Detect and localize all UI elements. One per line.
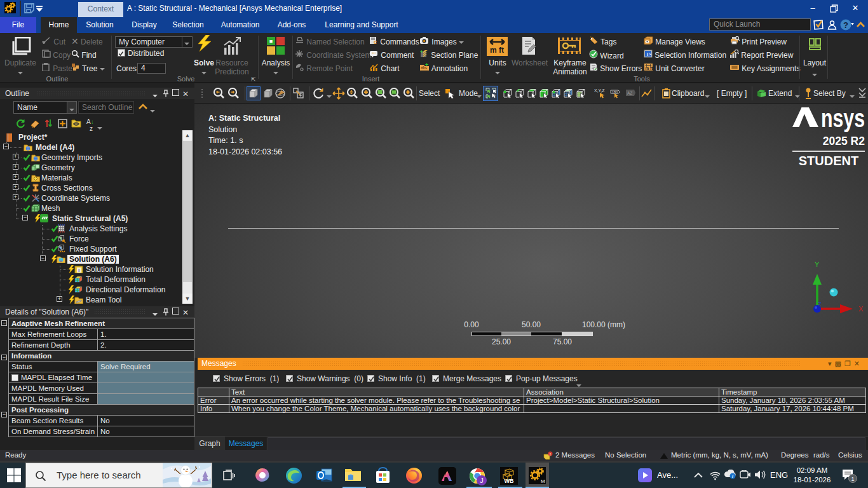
svg-text:+: + bbox=[425, 63, 428, 68]
svg-text:!: ! bbox=[550, 452, 551, 456]
svg-text:1: 1 bbox=[851, 476, 854, 482]
svg-text:i: i bbox=[647, 51, 648, 57]
svg-text:X,Y,Z: X,Y,Z bbox=[594, 88, 605, 93]
svg-text:m ft: m ft bbox=[646, 66, 654, 71]
svg-text:Y: Y bbox=[815, 261, 820, 268]
svg-text:180: 180 bbox=[612, 90, 618, 94]
svg-text:J: J bbox=[480, 477, 484, 484]
svg-text:WB: WB bbox=[505, 478, 514, 484]
svg-text:nsys: nsys bbox=[821, 104, 865, 133]
svg-text:AZ: AZ bbox=[627, 91, 632, 95]
svg-text:X: X bbox=[858, 305, 864, 313]
svg-text:M: M bbox=[541, 478, 545, 484]
svg-text:?: ? bbox=[843, 20, 848, 30]
svg-text:c: c bbox=[374, 39, 377, 44]
svg-text:i: i bbox=[78, 268, 79, 273]
svg-text:+: + bbox=[420, 50, 423, 55]
